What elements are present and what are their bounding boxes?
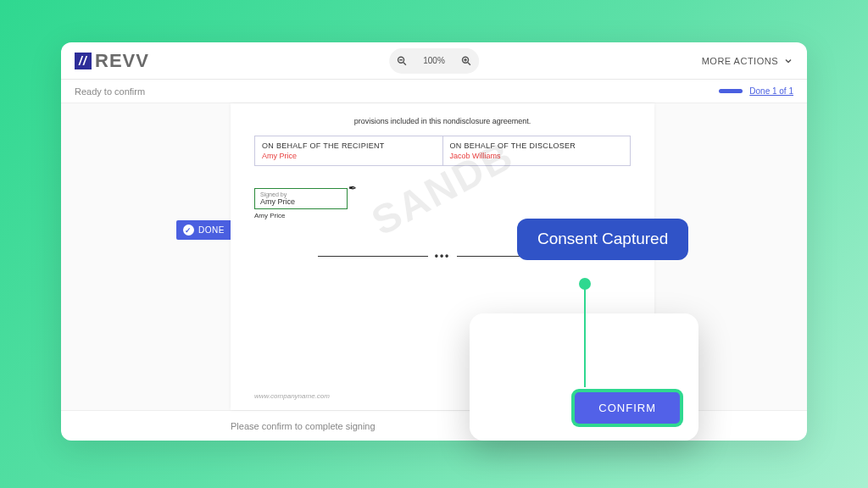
svg-line-4	[468, 62, 470, 64]
discloser-name: Jacob Williams	[450, 152, 624, 160]
status-text: Ready to confirm	[75, 86, 145, 97]
subheader: Ready to confirm Done 1 of 1	[61, 80, 807, 103]
more-actions-label: MORE ACTIONS	[702, 56, 778, 66]
progress-link[interactable]: Done 1 of 1	[749, 86, 793, 96]
annotation-callout: Consent Captured	[517, 219, 688, 260]
done-label: DONE	[198, 225, 225, 235]
pen-icon: ✒	[348, 182, 357, 194]
signature-field[interactable]: Signed by Amy Price ✒	[254, 188, 348, 209]
discloser-cell: ON BEHALF OF THE DISCLOSER Jacob William…	[442, 136, 631, 165]
confirm-button[interactable]: CONFIRM	[575, 392, 680, 424]
recipient-name: Amy Price	[262, 152, 436, 160]
zoom-out-button[interactable]	[391, 50, 413, 72]
chevron-down-icon	[783, 56, 793, 66]
progress-wrap: Done 1 of 1	[719, 86, 793, 96]
check-icon: ✓	[183, 225, 194, 236]
document-text-line: provisions included in this nondisclosur…	[254, 117, 631, 125]
signer-name: Amy Price	[260, 197, 338, 206]
zoom-in-icon	[460, 55, 472, 67]
zoom-control: 100%	[389, 48, 479, 74]
brand-name: REVV	[95, 50, 149, 72]
bottom-message: Please confirm to complete signing	[231, 421, 376, 431]
svg-line-1	[403, 62, 406, 64]
more-actions-menu[interactable]: MORE ACTIONS	[702, 56, 793, 66]
brand-badge: //	[75, 53, 92, 69]
zoom-out-icon	[396, 55, 408, 67]
done-badge[interactable]: ✓ DONE	[176, 220, 235, 240]
signature-table: ON BEHALF OF THE RECIPIENT Amy Price ON …	[254, 136, 631, 166]
recipient-cell: ON BEHALF OF THE RECIPIENT Amy Price	[255, 136, 442, 165]
signature-block: Signed by Amy Price ✒ Amy Price	[254, 188, 631, 219]
discloser-label: ON BEHALF OF THE DISCLOSER	[450, 141, 624, 150]
signed-by-label: Signed by	[260, 191, 338, 197]
progress-bar	[719, 89, 743, 93]
brand-logo: // REVV	[75, 50, 149, 72]
recipient-label: ON BEHALF OF THE RECIPIENT	[262, 141, 436, 150]
divider-line-left	[318, 256, 428, 257]
annotation-connector	[584, 284, 586, 387]
divider-dots: •••	[435, 250, 451, 262]
annotation-callout-text: Consent Captured	[537, 230, 668, 247]
footer-url: www.companyname.com	[254, 392, 330, 400]
zoom-level: 100%	[418, 56, 450, 65]
header: // REVV 100% MORE ACTIONS	[61, 42, 807, 80]
zoom-in-button[interactable]	[455, 50, 477, 72]
annotation-dot	[579, 278, 591, 290]
